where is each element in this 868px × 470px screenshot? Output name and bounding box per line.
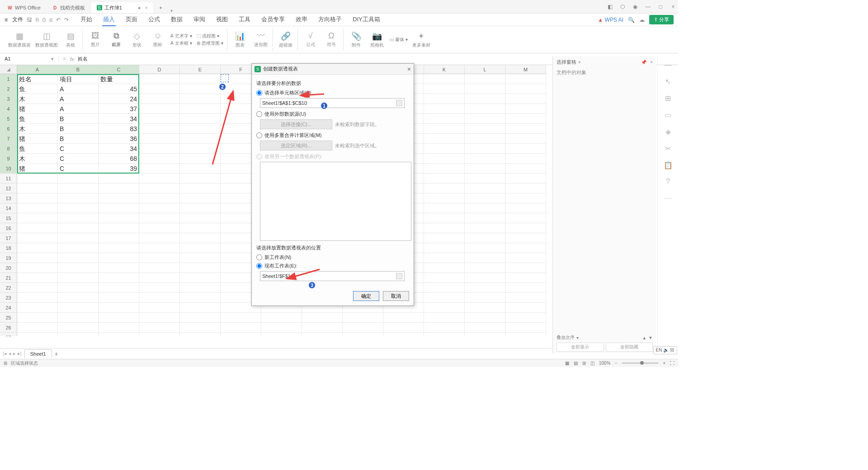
row-header[interactable]: 19	[0, 253, 17, 263]
tab-insert[interactable]: 插入	[102, 14, 116, 26]
cell[interactable]: 45	[99, 84, 139, 94]
cell[interactable]	[99, 174, 139, 183]
zoom-in-icon[interactable]: +	[663, 361, 665, 366]
window-tab-icon[interactable]: ◧	[607, 4, 613, 10]
cancel-icon[interactable]: ✕	[62, 56, 66, 62]
row-header[interactable]: 7	[0, 134, 17, 144]
cell[interactable]	[139, 84, 180, 94]
cell[interactable]	[505, 313, 546, 323]
icons-button[interactable]: ☺图标	[150, 31, 166, 48]
cell[interactable]	[180, 313, 221, 323]
close-icon[interactable]: ×	[145, 5, 147, 10]
cell[interactable]	[17, 303, 58, 313]
cell[interactable]	[302, 333, 343, 336]
radio-cell-range[interactable]: 请选择单元格区域(S):	[256, 89, 409, 96]
cell[interactable]	[17, 313, 58, 323]
cell[interactable]	[17, 223, 58, 233]
cell[interactable]	[261, 313, 302, 323]
cell[interactable]	[139, 303, 180, 313]
cell[interactable]	[139, 323, 180, 333]
cell[interactable]: C	[58, 154, 99, 164]
cell[interactable]	[180, 323, 221, 333]
row-header[interactable]: 24	[0, 303, 17, 313]
column-header[interactable]: E	[180, 65, 221, 74]
row-header[interactable]: 22	[0, 283, 17, 293]
cell[interactable]	[99, 283, 139, 293]
cell[interactable]	[465, 144, 505, 154]
cell[interactable]	[180, 283, 221, 293]
cell[interactable]	[180, 144, 221, 154]
cell[interactable]: 鱼	[17, 84, 58, 94]
settings-icon[interactable]: ⊞	[665, 94, 671, 103]
cell[interactable]	[180, 183, 221, 193]
cell[interactable]: 37	[99, 104, 139, 114]
cell[interactable]	[465, 74, 505, 84]
close-icon[interactable]: ×	[407, 66, 411, 73]
cell[interactable]	[99, 273, 139, 283]
chart-button[interactable]: 📊图表	[232, 31, 248, 48]
chevron-down-icon[interactable]: ▾	[170, 8, 173, 13]
cell[interactable]: 姓名	[17, 74, 58, 84]
cell[interactable]	[505, 174, 546, 183]
select-all-corner[interactable]: ◢	[0, 65, 17, 74]
radio-input[interactable]	[256, 111, 262, 117]
view-normal-icon[interactable]: ▦	[565, 361, 569, 366]
cell[interactable]	[424, 183, 465, 193]
cell[interactable]	[261, 323, 302, 333]
cell[interactable]	[139, 164, 180, 174]
cell[interactable]	[465, 134, 505, 144]
cell[interactable]	[17, 183, 58, 193]
cell[interactable]	[180, 303, 221, 313]
cell[interactable]	[180, 174, 221, 183]
cell[interactable]	[17, 193, 58, 203]
cell[interactable]	[17, 174, 58, 183]
cell[interactable]	[424, 273, 465, 283]
cell[interactable]	[139, 253, 180, 263]
radio-existing-sheet[interactable]: 现有工作表(E):	[256, 263, 409, 269]
mindmap-button[interactable]: ⊞思维导图▾	[197, 40, 223, 47]
cell[interactable]	[465, 253, 505, 263]
cell[interactable]	[221, 333, 261, 336]
cell[interactable]	[139, 263, 180, 273]
row-header[interactable]: 11	[0, 174, 17, 183]
cell[interactable]: A	[58, 104, 99, 114]
cell[interactable]	[465, 283, 505, 293]
cell[interactable]	[505, 134, 546, 144]
share-button[interactable]: ⇪ 分享	[649, 15, 674, 24]
row-header[interactable]: 23	[0, 293, 17, 303]
symbol-button[interactable]: Ω符号	[323, 31, 340, 48]
cell[interactable]	[424, 124, 465, 134]
cell[interactable]	[221, 323, 261, 333]
cell[interactable]	[139, 333, 180, 336]
cell[interactable]	[424, 293, 465, 303]
cell[interactable]	[139, 94, 180, 104]
cell[interactable]	[180, 263, 221, 273]
cell[interactable]	[180, 233, 221, 243]
cell[interactable]	[424, 84, 465, 94]
pin-icon[interactable]: 📌	[641, 60, 646, 65]
maximize-icon[interactable]: □	[657, 4, 664, 10]
titlebar-tab-wps[interactable]: W WPS Office	[2, 2, 46, 13]
undo-icon[interactable]: ↶	[56, 17, 61, 23]
cell[interactable]	[99, 223, 139, 233]
cell[interactable]	[343, 333, 383, 336]
cell[interactable]	[383, 333, 424, 336]
select-icon[interactable]: ↖	[665, 77, 671, 86]
cell[interactable]: 鱼	[17, 114, 58, 124]
clipboard-icon[interactable]: 📋	[664, 161, 673, 169]
cell[interactable]	[505, 273, 546, 283]
row-header[interactable]: 14	[0, 203, 17, 213]
cell[interactable]	[505, 233, 546, 243]
cell[interactable]	[424, 203, 465, 213]
cell[interactable]: 木	[17, 124, 58, 134]
radio-input[interactable]	[256, 90, 262, 96]
row-header[interactable]: 1	[0, 74, 17, 84]
radio-external[interactable]: 使用外部数据源(U)	[256, 111, 409, 118]
cell[interactable]	[424, 74, 465, 84]
cell[interactable]	[424, 333, 465, 336]
cell[interactable]	[424, 104, 465, 114]
tab-formula[interactable]: 公式	[147, 14, 161, 26]
cell[interactable]: 83	[99, 124, 139, 134]
cube-icon[interactable]: ⬡	[619, 4, 626, 10]
column-header[interactable]: M	[505, 65, 546, 74]
